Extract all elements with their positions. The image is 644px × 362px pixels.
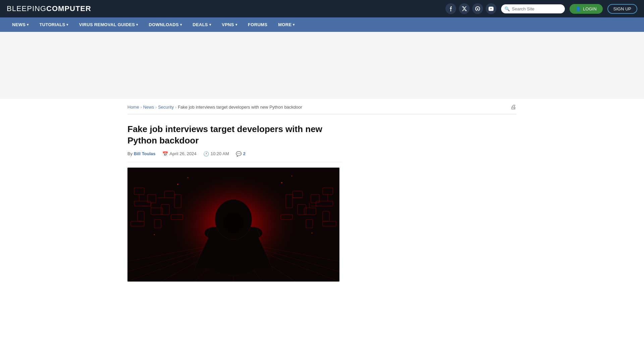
content-wrapper: Home › News › Security › Fake job interv…: [121, 99, 523, 288]
nav-item-forums[interactable]: FORUMS: [243, 17, 273, 32]
article-time: 10:20 AM: [211, 151, 229, 156]
breadcrumb-sep-1: ›: [141, 105, 142, 110]
youtube-icon[interactable]: [486, 3, 496, 14]
search-input[interactable]: [501, 4, 565, 13]
author-info: By Bill Toulas: [127, 151, 156, 156]
logo-bold-text: COMPUTER: [46, 4, 91, 13]
nav-deals-caret: ▾: [209, 23, 211, 26]
nav-virus-label: VIRUS REMOVAL GUIDES: [79, 22, 135, 27]
svg-point-58: [154, 234, 155, 235]
breadcrumb-news[interactable]: News: [143, 105, 154, 110]
header-right: 🔍 👤 LOGIN SIGN UP: [445, 3, 637, 14]
clock-icon: 🕐: [203, 151, 209, 157]
svg-point-55: [187, 177, 189, 178]
social-icons: [445, 3, 496, 14]
main-nav: NEWS ▾ TUTORIALS ▾ VIRUS REMOVAL GUIDES …: [0, 17, 644, 32]
nav-item-vpns[interactable]: VPNS ▾: [216, 17, 243, 32]
nav-vpns-label: VPNS: [222, 22, 234, 27]
site-logo[interactable]: BLEEPINGCOMPUTER: [7, 4, 91, 13]
article-column: Fake job interviews target developers wi…: [127, 118, 342, 288]
nav-item-tutorials[interactable]: TUTORIALS ▾: [34, 17, 74, 32]
search-icon: 🔍: [504, 6, 510, 11]
nav-news-label: NEWS: [12, 22, 25, 27]
nav-downloads-label: DOWNLOADS: [149, 22, 179, 27]
date-meta: 📅 April 26, 2024: [162, 151, 197, 157]
nav-item-virus[interactable]: VIRUS REMOVAL GUIDES ▾: [74, 17, 144, 32]
signup-label: SIGN UP: [613, 6, 631, 11]
calendar-icon: 📅: [162, 151, 168, 157]
nav-more-caret: ▾: [293, 23, 294, 26]
site-header: BLEEPINGCOMPUTER: [0, 0, 644, 17]
breadcrumb-current: Fake job interviews target developers wi…: [178, 105, 302, 110]
nav-item-news[interactable]: NEWS ▾: [7, 17, 34, 32]
twitter-icon[interactable]: [459, 3, 470, 14]
nav-tutorials-label: TUTORIALS: [40, 22, 65, 27]
search-wrap: 🔍: [501, 4, 565, 13]
comment-count: 2: [243, 151, 246, 156]
nav-vpns-caret: ▾: [235, 23, 237, 26]
mastodon-icon[interactable]: [472, 3, 483, 14]
logo-light-text: BLEEPING: [7, 4, 46, 13]
time-meta: 🕐 10:20 AM: [203, 151, 229, 157]
nav-item-deals[interactable]: DEALS ▾: [187, 17, 216, 32]
nav-forums-label: FORUMS: [248, 22, 267, 27]
login-label: LOGIN: [583, 6, 596, 11]
breadcrumb-security[interactable]: Security: [158, 105, 174, 110]
nav-virus-caret: ▾: [136, 23, 138, 26]
svg-point-49: [205, 227, 225, 239]
breadcrumb-sep-2: ›: [155, 105, 157, 110]
author-label: By: [127, 151, 132, 156]
article-meta: By Bill Toulas 📅 April 26, 2024 🕐 10:20 …: [127, 151, 342, 162]
breadcrumb-sep-3: ›: [175, 105, 176, 110]
svg-point-50: [242, 227, 262, 239]
advertisement-area: [0, 32, 644, 99]
signup-button[interactable]: SIGN UP: [607, 4, 637, 14]
main-layout: Fake job interviews target developers wi…: [127, 114, 517, 288]
author-name[interactable]: Bill Toulas: [134, 151, 156, 156]
breadcrumb-home[interactable]: Home: [127, 105, 139, 110]
article-title: Fake job interviews target developers wi…: [127, 124, 342, 146]
facebook-icon[interactable]: [445, 3, 456, 14]
login-button[interactable]: 👤 LOGIN: [570, 4, 602, 14]
svg-point-48: [223, 212, 244, 234]
svg-point-59: [312, 232, 313, 233]
user-icon: 👤: [576, 6, 581, 11]
nav-deals-label: DEALS: [193, 22, 208, 27]
nav-item-downloads[interactable]: DOWNLOADS ▾: [144, 17, 187, 32]
hero-image: [127, 168, 339, 282]
nav-downloads-caret: ▾: [180, 23, 182, 26]
article-date: April 26, 2024: [170, 151, 197, 156]
svg-point-54: [177, 184, 178, 185]
svg-point-57: [291, 175, 292, 176]
comment-icon: 💬: [236, 151, 241, 157]
nav-tutorials-caret: ▾: [66, 23, 68, 26]
breadcrumb: Home › News › Security › Fake job interv…: [127, 99, 517, 114]
svg-point-56: [281, 182, 282, 183]
nav-more-label: MORE: [278, 22, 291, 27]
comments-meta[interactable]: 💬 2: [236, 151, 246, 157]
nav-news-caret: ▾: [27, 23, 29, 26]
print-icon[interactable]: 🖨: [511, 104, 517, 111]
nav-item-more[interactable]: MORE ▾: [273, 17, 300, 32]
sidebar-column: [356, 118, 517, 288]
